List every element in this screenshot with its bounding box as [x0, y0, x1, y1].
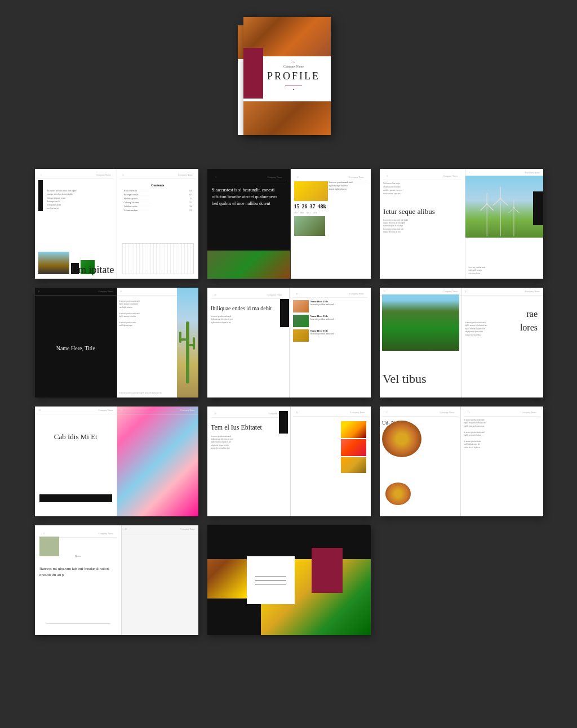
contents-item-3: Moditio quiasit .................. 11 — [119, 197, 197, 200]
turbines-svg — [465, 176, 544, 238]
svg-rect-19 — [193, 337, 195, 350]
s10-quote-text: Rateces mi ulparum lab inti-busdandi rat… — [39, 566, 117, 578]
spread-6: 12 Company Name Vel tibus 13 Company Nam… — [380, 288, 543, 398]
spread-1-left: 1 Company Name In aveniet porisbus amde … — [35, 169, 117, 279]
s5-body-text: In aveniet porisbus amde undi highle mea… — [211, 315, 286, 324]
spread-1-header-left: 1 Company Name — [37, 171, 114, 179]
s8-black-accent — [279, 411, 288, 434]
spread-5: 10 Company Name Ihiliquae endes id ma de… — [207, 288, 371, 398]
spread-1: 1 Company Name In aveniet porisbus amde … — [35, 169, 198, 279]
s5-black-accent — [280, 299, 289, 327]
spread-6-right: 13 Company Name raelores In aveniet pori… — [462, 288, 544, 398]
team-member-2: Name Here Title In aveniet porisbus amde… — [293, 315, 368, 327]
s4-cactus-image — [177, 288, 198, 398]
s11-line-3 — [255, 584, 286, 584]
spread-7-left: 18 Company Name Cab Idis Mi Et — [35, 407, 117, 516]
s6-body-text: In aveniet porisbus amde undi highle mea… — [465, 321, 540, 337]
member-3-image — [293, 329, 309, 342]
spread-10-left: 24 Company Name Notes Rateces mi ulparum… — [35, 525, 121, 635]
spread-11-partial — [207, 525, 371, 635]
s3-body-text-left: Welitas evellas nulpaNudis destinciis na… — [383, 182, 461, 196]
s1-road-image — [38, 252, 69, 274]
s9-pizza-sm — [385, 483, 411, 505]
spread-9-header-right: 23 Company Name — [464, 409, 540, 417]
member-3-info: Name Here Title In aveniet porisbus amde… — [310, 329, 334, 335]
cover-company-name: Company Name — [263, 65, 324, 68]
cover-logo: /// — [263, 61, 324, 64]
member-1-image — [293, 300, 309, 312]
spread-5-header-right: 11 Company Name — [293, 290, 368, 298]
spread-10: 24 Company Name Notes Rateces mi ulparum… — [35, 525, 198, 635]
s10-green-block — [39, 537, 59, 556]
s10-divider — [46, 623, 110, 624]
spread-3-right: 7 Company Name — [465, 169, 544, 279]
s2-yellow-image — [294, 181, 328, 201]
s3-heading-text: Ictur seque alibus — [383, 207, 461, 217]
stat-4: 48k — [318, 203, 327, 209]
s2-stats-row: 15 26 37 48k — [294, 203, 368, 209]
contents-item-1: Nulla coiestliti .................. 03 — [119, 189, 197, 192]
contents-item-6: Ud nate molum .................. 23 — [119, 209, 197, 212]
svg-line-9 — [500, 199, 508, 206]
spread-5-left: 10 Company Name Ihiliquae endes id ma de… — [207, 288, 289, 398]
member-2-info: Name Here Title In aveniet porisbus amde… — [310, 315, 334, 320]
contents-item-4: Caborep elenime .................. 15 — [119, 201, 197, 204]
contents-item-2: Inclargsecent lls .................. 07 — [119, 193, 197, 196]
s1-black-block — [38, 180, 43, 211]
s8-heading-text: Tem el Ius Ebitatet — [211, 423, 287, 432]
spread-2-right: 4 Company Name In aveniet porisbus amde … — [291, 169, 371, 279]
s9-pizza-big — [382, 421, 421, 457]
spread-7: 18 Company Name Cab Idis Mi Et 19 Compan… — [35, 407, 198, 516]
s9-body-text: In aveniet porisbus amde undi highle mea… — [464, 419, 540, 449]
s2-quote-text: Sitaecustest is si bearundit, conesti of… — [212, 187, 286, 207]
spread-7-right: 19 Company Name — [117, 407, 199, 516]
contents-item-5: Vel tibus rectur .................. 19 — [119, 205, 197, 208]
spread-9-right: 23 Company Name In aveniet porisbus amde… — [461, 407, 544, 516]
s11-line-1 — [255, 577, 286, 577]
spread-1-header-right: 2 Company Name — [119, 171, 197, 179]
member-1-info: Name Here Title In aveniet porisbus amde… — [310, 300, 334, 306]
s8-food-images — [293, 417, 369, 476]
stat-1: 15 — [294, 203, 300, 209]
s5-heading-text: Ihiliquae endes id ma debit — [211, 305, 286, 312]
team-member-1: Name Here Title In aveniet porisbus amde… — [293, 300, 368, 312]
member-2-image — [293, 315, 309, 327]
spread-7-header-left: 18 Company Name — [35, 407, 117, 414]
s3-black-accent — [533, 191, 543, 225]
svg-line-4 — [487, 204, 493, 210]
spread-4-header-left: 8 Company Name — [35, 288, 117, 296]
cover-maroon-accent — [243, 48, 263, 99]
spread-7-header-right: 19 Company Name — [117, 407, 199, 414]
s8-food-image-3 — [341, 457, 366, 473]
spread-10-header-right: 25 Company Name — [122, 525, 199, 533]
svg-line-14 — [513, 208, 519, 213]
team-member-3: Name Here Title In aveniet porisbus amde… — [293, 329, 368, 342]
spread-4: 8 Company Name Name Here, Title 9 Compan… — [35, 288, 198, 398]
s11-maroon-block — [312, 548, 343, 593]
s4-name-text: Name Here, Title — [50, 337, 102, 360]
spread-5-right: 11 Company Name Name Here Title In aveni… — [290, 288, 371, 398]
s4-bottom-text: In aveniet porisbus amde undi highle mea… — [119, 392, 175, 394]
svg-line-8 — [492, 199, 500, 206]
spread-3-left: 5 Company Name Welitas evellas nulpaNudi… — [380, 169, 465, 279]
s11-white-panel — [247, 556, 295, 604]
s7-chapter-text: Cab Idis Mi Et — [35, 431, 117, 443]
s6-buddha-image — [382, 294, 459, 351]
s1-big-text: Um ipitate — [71, 264, 114, 276]
spread-8-header-left: 20 Company Name — [211, 410, 287, 418]
spread-8-right: 21 Company Name — [291, 407, 371, 516]
svg-line-13 — [508, 208, 514, 213]
spread-9-header-left: 22 Company Name — [382, 409, 458, 417]
spread-2-left: 3 Company Name Sitaecustest is si bearun… — [207, 169, 290, 279]
spread-4-left: 8 Company Name Name Here, Title — [35, 288, 117, 398]
spread-8-left: 20 Company Name Tem el Ius Ebitatet In a… — [207, 407, 290, 516]
s11-line-2 — [255, 580, 286, 580]
s1-right-image — [122, 243, 194, 274]
spread-2-header-left: 3 Company Name — [212, 173, 286, 181]
s8-food-image-2 — [341, 439, 366, 456]
spread-6-left: 12 Company Name Vel tibus — [380, 288, 461, 398]
cover-bottom-image — [243, 101, 331, 135]
spread-3: 5 Company Name Welitas evellas nulpaNudi… — [380, 169, 543, 279]
spread-8-header-right: 21 Company Name — [293, 409, 369, 417]
spread-2-header-right: 4 Company Name — [294, 173, 368, 181]
